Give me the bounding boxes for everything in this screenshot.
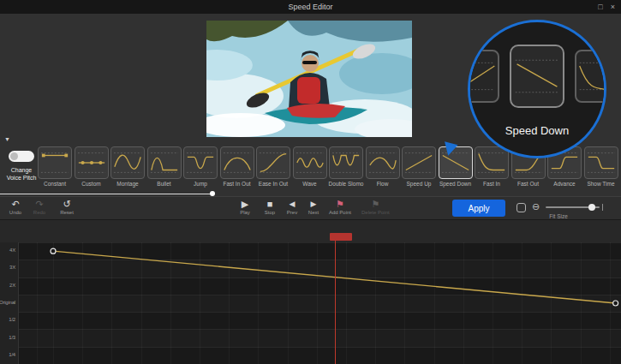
window-controls: □ × [598, 0, 615, 14]
prev-icon: ◀ [290, 199, 296, 210]
curve-end-point[interactable] [613, 301, 618, 306]
preset-easeinout[interactable]: Ease In Out [256, 146, 290, 191]
kayaker-image [206, 21, 412, 137]
zoom-slider-knob[interactable] [588, 204, 595, 211]
speed-label: 1/2 [9, 317, 15, 322]
speed-label: 4X [9, 248, 15, 253]
play-icon: ▶ [242, 199, 248, 210]
preset-thumbnail [147, 146, 182, 179]
preset-constant[interactable]: Constant [38, 146, 72, 191]
toggle-knob-icon [10, 152, 18, 160]
preset-thumbnail [38, 146, 72, 179]
fit-size-label: Fit Size [524, 213, 593, 219]
playhead-line[interactable] [335, 241, 336, 364]
delete-point-button[interactable]: ⚑ Delete Point [361, 199, 390, 215]
add-point-icon: ⚑ [336, 199, 344, 210]
prev-button[interactable]: ◀ Prev [284, 199, 301, 215]
speed-label: 2X [9, 283, 15, 288]
preset-wave[interactable]: Wave [293, 146, 327, 191]
preset-thumbnail [220, 146, 254, 179]
speed-label-column: 4X3X2XOriginal1/21/31/4 [0, 242, 19, 364]
undo-button[interactable]: ↶ Undo [7, 199, 24, 215]
video-preview [206, 21, 412, 137]
preset-thumbnail [256, 146, 290, 179]
preset-label: Ease In Out [259, 181, 288, 187]
preset-thumbnail [584, 146, 618, 179]
preset-thumbnail [402, 146, 436, 179]
preset-fastin[interactable]: Fast In [475, 146, 509, 191]
stop-button[interactable]: ■ Stop [261, 199, 278, 215]
preset-label: Wave [302, 181, 316, 187]
preset-montage[interactable]: Montage [110, 146, 145, 191]
expander-arrow-icon[interactable]: ▼ [4, 136, 10, 142]
preset-speedup[interactable]: Speed Up [402, 146, 436, 191]
speed-down-callout: Speed Down [468, 20, 606, 158]
preset-bullet[interactable]: Bullet [147, 146, 182, 191]
window-title: Speed Editor [0, 0, 621, 14]
preset-label: Show Time [587, 181, 614, 187]
preset-thumbnail [329, 146, 363, 179]
speed-graph[interactable] [19, 242, 621, 364]
preset-label: Montage [116, 181, 138, 187]
preset-thumbnail [183, 146, 218, 179]
next-button[interactable]: ▶ Next [305, 199, 322, 215]
voice-pitch-toggle[interactable] [9, 151, 34, 162]
preset-thumbnail [366, 146, 400, 179]
maximize-icon[interactable]: □ [598, 0, 602, 14]
close-icon[interactable]: × [611, 0, 615, 14]
speed-label: 1/3 [9, 335, 15, 340]
callout-thumbnails [468, 45, 606, 108]
preset-label: Fast Out [517, 181, 539, 187]
preset-thumbnail [475, 146, 509, 179]
preset-custom[interactable]: Custom [75, 146, 109, 191]
speed-curve [19, 242, 621, 364]
preset-showtime[interactable]: Show Time [584, 146, 618, 191]
preset-thumbnail [75, 146, 109, 179]
preset-label: Speed Up [407, 181, 432, 187]
speed-label: 3X [9, 265, 15, 270]
callout-label: Speed Down [470, 124, 604, 137]
speed-editor-window: Speed Editor □ × [0, 0, 621, 364]
callout-thumb-right [575, 50, 606, 103]
add-point-button[interactable]: ⚑ Add Point [329, 199, 351, 215]
delete-point-icon: ⚑ [371, 199, 379, 210]
callout-thumb-speed-down [510, 45, 564, 108]
titlebar: Speed Editor □ × [0, 0, 621, 14]
preset-label: Double Slomo [329, 181, 364, 187]
zoom-slider-end-tick [602, 204, 603, 211]
curve-start-point[interactable] [51, 248, 56, 254]
preset-thumbnail [110, 146, 145, 179]
speed-label: Original [0, 300, 15, 305]
preset-scrollbar-track[interactable] [0, 194, 214, 194]
voice-pitch-label: Change Voice Pitch [0, 166, 43, 182]
callout-thumb-left [468, 50, 499, 103]
timeline-header: ↻ 00:00:09.63 24681012141618 [0, 220, 621, 242]
zoom-out-icon[interactable]: ⊖ [532, 201, 540, 212]
undo-icon: ↶ [11, 199, 19, 210]
preset-label: Constant [44, 181, 66, 187]
preset-label: Custom [81, 181, 100, 187]
preset-fastinout[interactable]: Fast In Out [220, 146, 254, 191]
fit-size-icon[interactable] [517, 203, 526, 212]
preset-label: Flow [377, 181, 389, 187]
preset-label: Fast In [483, 181, 500, 187]
apply-button[interactable]: Apply [452, 200, 505, 217]
playhead-marker[interactable] [330, 233, 352, 241]
preset-label: Advance [553, 181, 575, 187]
stop-icon: ■ [267, 199, 273, 210]
next-icon: ▶ [311, 199, 317, 210]
preset-label: Bullet [157, 181, 170, 187]
toolbar: ↶ Undo ↷ Redo ↺ Reset ▶ Play ■ Stop ◀ Pr… [0, 196, 621, 220]
preset-label: Fast In Out [223, 181, 250, 187]
preset-label: Speed Down [439, 181, 471, 187]
reset-button[interactable]: ↺ Reset [58, 199, 75, 215]
preset-thumbnail [293, 146, 327, 179]
preset-flow[interactable]: Flow [366, 146, 400, 191]
preset-doubleslomo[interactable]: Double Slomo [329, 146, 363, 191]
redo-button[interactable]: ↷ Redo [31, 199, 48, 215]
preset-jump[interactable]: Jump [183, 146, 218, 191]
play-button[interactable]: ▶ Play [236, 199, 254, 215]
preset-label: Jump [194, 181, 207, 187]
reset-icon: ↺ [63, 199, 70, 210]
redo-icon: ↷ [35, 199, 43, 210]
